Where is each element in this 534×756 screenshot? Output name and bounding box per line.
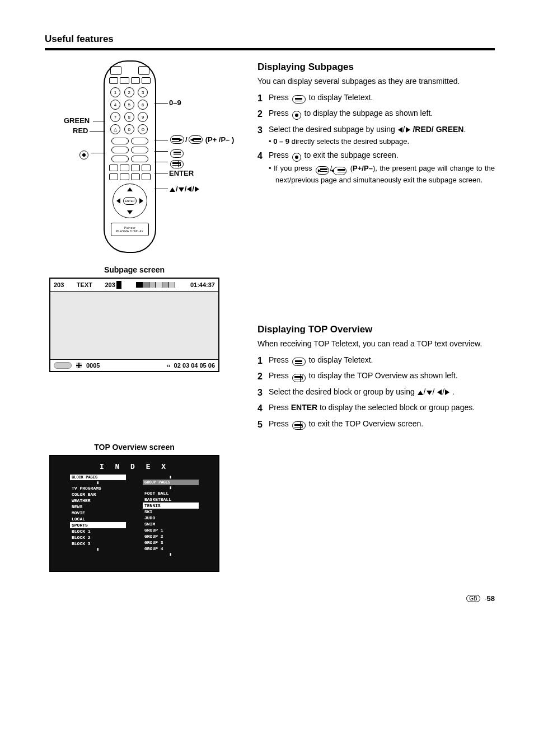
block-pages-column: BLOCK PAGES ▮ TV PROGRAMS COLOR BAR WEAT… [70,475,126,557]
list-item: BLOCK 3 [70,541,126,547]
subpage-text: TEXT [77,281,92,288]
page-number: 58 [487,594,495,603]
left-icon [437,389,442,395]
left-icon [398,127,402,133]
play-icon: ▶ [170,135,184,144]
page-title: Useful features [45,34,495,45]
list-item: NEWS [70,504,126,510]
right-column: Displaying Subpages You can display seve… [257,60,495,572]
subpage-num1: 203 [54,281,64,288]
callout-red: RED [73,126,88,135]
down-icon [179,187,184,192]
color-bars-icon [136,282,175,288]
subpage-num2: 203 [105,281,121,289]
list-item: BLOCK 1 [70,528,126,534]
list-item: GROUP 1 [143,527,199,533]
list-item: LOCAL [70,516,126,522]
step-2b: 2 Press i to display the TOP Overview as… [257,370,495,383]
group-pages-header: GROUP PAGES [143,480,199,485]
step-1b: 1 Press to display Teletext. [257,355,495,367]
list-item: SWIM [143,521,199,527]
list-item: WEATHER [70,497,126,504]
ei-icon: i [292,421,306,430]
dot-circle-icon [292,111,301,120]
section-intro: You can display several subpages as they… [257,76,495,87]
block-pages-header: BLOCK PAGES [70,475,126,480]
list-item: BASKETBALL [143,496,199,503]
horizontal-rule [45,48,495,50]
double-left-icon: ‹‹ [167,363,171,369]
ei-icon: i [170,160,184,168]
section-intro: When receiving TOP Teletext, you can rea… [257,339,495,349]
dot-circle-icon [79,151,88,159]
list-item: GROUP 3 [143,539,199,546]
small-oval-icon [54,362,72,369]
section-heading: Displaying Subpages [257,62,495,73]
play-icon: ▶ [316,166,329,175]
left-icon [187,186,191,192]
callout-menu [169,147,185,158]
step-4b: 4 Press ENTER to display the selected bl… [257,402,495,415]
section-heading: Displaying TOP Overview [257,324,495,335]
list-item: JUDO [143,515,199,521]
subpage-code: 0005 [86,362,100,369]
right-icon [406,127,410,133]
callout-0-9: 0–9 [169,98,181,107]
teletext-icon [292,95,306,104]
callout-green: GREEN [64,116,90,125]
top-overview-screen: I N D E X BLOCK PAGES ▮ TV PROGRAMS COLO… [49,455,219,572]
subpage-screen: 203 TEXT 203 01:44:37 [49,278,219,372]
columns: 123 456 789 △0⊙ [45,60,495,572]
callout-p-plus-minus: ▶/◀ (P+ /P– ) [169,135,234,144]
remote-diagram: 123 456 789 △0⊙ [45,60,224,262]
right-icon [445,389,449,395]
up-icon [418,391,423,395]
page-footer: GB -58 [45,594,495,603]
dot-circle-icon [292,153,301,162]
list-item: SKI [143,509,199,515]
up-icon [170,187,175,192]
rew-icon: ◀ [333,167,346,175]
callout-enter: ENTER [169,169,194,177]
list-item: TENNIS [143,503,199,509]
step-2: 2 Press to display the subpage as shown … [257,108,495,120]
teletext-icon [292,358,306,366]
subpage-time: 01:44:37 [190,281,215,288]
list-item: COLOR BAR [70,491,126,497]
callout-circle [78,149,90,159]
list-item: GROUP 4 [143,546,199,552]
list-item: TV PROGRAMS [70,485,126,491]
list-item: MOVIE [70,510,126,516]
list-item: GROUP 2 [143,533,199,539]
group-pages-column: ▮ GROUP PAGES ▮ FOOT BALL BASKETBALL TEN… [143,475,199,557]
ei-icon: i [292,374,306,382]
list-item: FOOT BALL [143,490,199,496]
top-title: I N D E X [50,456,218,475]
teletext-icon [170,149,184,158]
subpage-caption: Subpage screen [45,265,224,274]
step-3: 3 Select the desired subpage by using / … [257,124,495,147]
left-column: 123 456 789 △0⊙ [45,60,224,572]
down-icon [427,391,432,395]
gb-badge: GB [466,595,480,602]
callout-arrows: /// [169,185,200,193]
page: Useful features 123 456 789 [0,0,534,625]
callout-ei: i [169,158,185,168]
step-1: 1 Press to display Teletext. [257,92,495,105]
right-icon [195,186,199,192]
list-item: BLOCK 2 [70,534,126,541]
plus-icon [76,363,82,368]
rew-icon: ◀ [189,135,203,144]
step-4: 4 Press to exit the subpage screen. If y… [257,150,495,185]
step-5b: 5 Press i to exit the TOP Overview scree… [257,419,495,431]
step-3b: 3 Select the desired block or group by u… [257,387,495,399]
list-item: SPORTS [70,522,126,528]
remote-outline: 123 456 789 △0⊙ [104,60,156,253]
subpage-pages: 02 03 04 05 06 [174,362,215,369]
top-caption: TOP Overview screen [45,443,224,452]
